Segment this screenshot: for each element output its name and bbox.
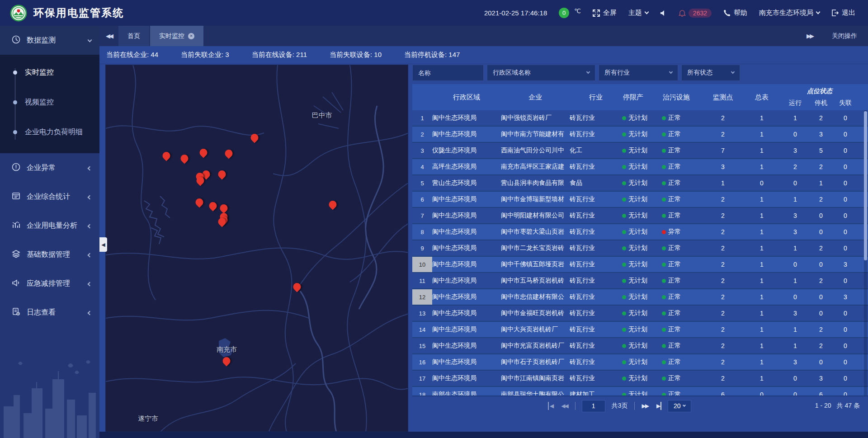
temperature-value: 0 — [559, 8, 569, 18]
map-panel[interactable]: 巴中市南充市遂宁市 — [105, 65, 408, 432]
sidebar-subitem-视频监控[interactable]: 视频监控 — [0, 87, 99, 117]
status-dot — [662, 360, 666, 364]
tab-close-icon[interactable]: × — [188, 33, 194, 39]
logout-button[interactable]: 退出 — [831, 9, 855, 17]
main-content: 当前在线企业: 44当前失联企业: 3当前在线设备: 211当前失联设备: 10… — [99, 46, 868, 432]
help-label: 帮助 — [734, 9, 747, 17]
app-logo-icon — [10, 5, 27, 22]
sidebar-item-基础数据管理[interactable]: 基础数据管理 — [0, 240, 99, 269]
map-city-label: 遂宁市 — [138, 414, 158, 423]
help-button[interactable]: 帮助 — [723, 9, 747, 17]
col-facility: 治污设施 — [662, 93, 703, 102]
table-row[interactable]: 18 南部生态环境局 南部县瑞华土陶有限公 建材加工 无计划 正常 6 0 0 … — [412, 387, 868, 396]
status-dot — [662, 295, 666, 299]
status-dot — [622, 311, 626, 316]
theme-menu-button[interactable]: 主题 — [628, 9, 648, 17]
sidebar-subitem-实时监控[interactable]: 实时监控 — [0, 57, 99, 87]
table-row[interactable]: 16 阆中生态环境局 阆中市石子页岩机砖厂 砖瓦行业 无计划 正常 2 1 3 … — [412, 354, 868, 371]
table-row[interactable]: 8 阆中生态环境局 阆中市枣碧大梁山页岩 砖瓦行业 无计划 异常 2 1 3 0… — [412, 224, 868, 240]
prev-page-button[interactable]: ◀◀ — [560, 402, 568, 410]
sidebar-item-企业综合统计[interactable]: 企业综合统计 — [0, 182, 99, 211]
bullet-dot-icon — [13, 71, 17, 75]
table-row[interactable]: 5 营山生态环境局 营山县润丰肉食品有限 食品 无计划 正常 1 0 0 1 0 — [412, 175, 868, 192]
datetime-text: 2021-02-25 17:46:18 — [484, 9, 547, 17]
table-row[interactable]: 11 阆中生态环境局 阆中市五马桥页岩机砖 砖瓦行业 无计划 正常 2 1 1 … — [412, 273, 868, 289]
total-pages-label: 共3页 — [612, 402, 628, 410]
stats-icon — [12, 192, 20, 202]
table-row[interactable]: 4 高坪生态环境局 南充市高坪区王家店建 砖瓦行业 无计划 正常 3 1 2 2… — [412, 159, 868, 175]
first-page-button[interactable]: ◀ — [548, 402, 554, 410]
status-dot — [662, 246, 666, 250]
sound-toggle-button[interactable] — [660, 10, 667, 16]
sidebar-collapse-button[interactable]: ◀ — [99, 237, 107, 252]
col-halt: 停机 — [809, 99, 833, 107]
tab-实时监控[interactable]: 实时监控 × — [150, 26, 203, 46]
table-row[interactable]: 15 阆中生态环境局 阆中市光富页岩机砖厂 砖瓦行业 无计划 正常 2 1 1 … — [412, 338, 868, 354]
status-dot — [622, 328, 626, 332]
filter-bar: 行政区域名称 所有行业 所有状态 — [412, 65, 868, 81]
col-industry: 行业 — [570, 93, 622, 102]
theme-label: 主题 — [628, 9, 642, 17]
table-row[interactable]: 14 阆中生态环境局 阆中大兴页岩机砖厂 砖瓦行业 无计划 正常 2 1 1 2… — [412, 322, 868, 338]
col-meter: 总表 — [742, 93, 781, 102]
temperature-widget: 0 ℃ — [559, 8, 581, 18]
region-filter-select[interactable]: 行政区域名称 — [487, 65, 595, 81]
sidebar-item-企业用电量分析[interactable]: 企业用电量分析 — [0, 211, 99, 240]
sidebar-item-数据监测[interactable]: 数据监测 — [0, 26, 99, 55]
col-region: 行政区域 — [432, 93, 501, 102]
status-dot — [662, 328, 666, 332]
status-dot — [622, 198, 626, 202]
sidebar-item-企业异常[interactable]: 企业异常 — [0, 153, 99, 182]
org-menu-button[interactable]: 南充市生态环境局 — [759, 9, 820, 17]
log-icon — [12, 307, 20, 318]
status-dot — [622, 230, 626, 234]
table-row[interactable]: 7 阆中生态环境局 阆中明阳建材有限公司 砖瓦行业 无计划 正常 2 1 3 0… — [412, 208, 868, 224]
status-filter-select[interactable]: 所有状态 — [681, 65, 740, 81]
status-dot — [662, 344, 666, 348]
close-operations-button[interactable]: 关闭操作 — [832, 32, 857, 40]
status-dot — [622, 295, 626, 299]
table-row[interactable]: 6 阆中生态环境局 阆中市金博瑞新型墙材 砖瓦行业 无计划 正常 2 1 1 2… — [412, 192, 868, 208]
chevron-left-icon — [88, 311, 92, 316]
sidebar-nav: 数据监测 实时监控 视频监控 企业电力负荷明细 企业异常 企业综合统计 — [0, 26, 99, 438]
table-row[interactable]: 3 仪陇生态环境局 西南油气田分公司川中 化工 无计划 正常 7 1 3 5 0 — [412, 143, 868, 159]
table-row[interactable]: 10 阆中生态环境局 阆中千佛镇五郎垭页岩 砖瓦行业 无计划 正常 2 1 0 … — [412, 257, 868, 273]
table-body: 1 阆中生态环境局 阆中强锐页岩砖厂 砖瓦行业 无计划 正常 2 1 1 2 0… — [412, 110, 868, 396]
next-page-button[interactable]: ▶▶ — [641, 402, 649, 410]
table-row[interactable]: 2 阆中生态环境局 阆中市南方节能建材有 砖瓦行业 无计划 正常 2 1 0 3… — [412, 127, 868, 143]
scrollbar-thumb[interactable] — [864, 111, 867, 260]
logout-icon — [831, 9, 839, 16]
tab-首页[interactable]: 首页 — [118, 26, 149, 46]
tabs-scroll-left-button[interactable]: ◀◀ — [99, 33, 118, 39]
org-label: 南充市生态环境局 — [759, 9, 813, 17]
table-row[interactable]: 9 阆中生态环境局 阆中市二龙长宝页岩砖 砖瓦行业 无计划 正常 2 1 1 2… — [412, 240, 868, 257]
layers-icon — [12, 250, 20, 260]
range-label: 1 - 20 — [815, 402, 831, 410]
chevron-down-icon — [731, 70, 735, 74]
industry-filter-select[interactable]: 所有行业 — [599, 65, 678, 81]
page-size-select[interactable]: 20 — [668, 400, 691, 412]
table-row[interactable]: 13 阆中生态环境局 阆中市金福旺页岩机砖 砖瓦行业 无计划 正常 2 1 3 … — [412, 306, 868, 322]
status-dot — [662, 311, 666, 316]
stat-item: 当前在线设备: 211 — [252, 51, 307, 59]
status-dot — [622, 181, 626, 185]
notification-button[interactable]: 2632 — [679, 9, 712, 18]
sidebar-item-应急减排管理[interactable]: 应急减排管理 — [0, 269, 99, 298]
status-dot — [662, 149, 666, 153]
bullet-dot-icon — [13, 130, 17, 134]
fullscreen-label: 全屏 — [603, 9, 617, 17]
tabs-scroll-right-button[interactable]: ▶▶ — [800, 33, 819, 39]
page-number-input[interactable] — [582, 400, 605, 412]
last-page-button[interactable]: ▶ — [656, 402, 661, 410]
status-dot — [622, 116, 626, 120]
sidebar-item-日志查看[interactable]: 日志查看 — [0, 298, 99, 327]
table-row[interactable]: 12 阆中生态环境局 阆中市忠信建材有限公 砖瓦行业 无计划 正常 2 1 0 … — [412, 289, 868, 306]
table-row[interactable]: 17 阆中生态环境局 阆中市江南镇阆南页岩 砖瓦行业 无计划 正常 2 1 0 … — [412, 371, 868, 387]
table-header: 行政区域 企业 行业 停限产 治污设施 监测点 总表 点位状态 运行 停机 失联 — [412, 84, 868, 110]
fullscreen-button[interactable]: 全屏 — [593, 9, 617, 17]
name-filter-input[interactable] — [412, 65, 484, 81]
status-dot — [662, 132, 666, 137]
sidebar-subitem-企业电力负荷明细[interactable]: 企业电力负荷明细 — [0, 117, 99, 147]
chevron-down-icon — [644, 10, 649, 14]
table-row[interactable]: 1 阆中生态环境局 阆中强锐页岩砖厂 砖瓦行业 无计划 正常 2 1 1 2 0 — [412, 110, 868, 127]
